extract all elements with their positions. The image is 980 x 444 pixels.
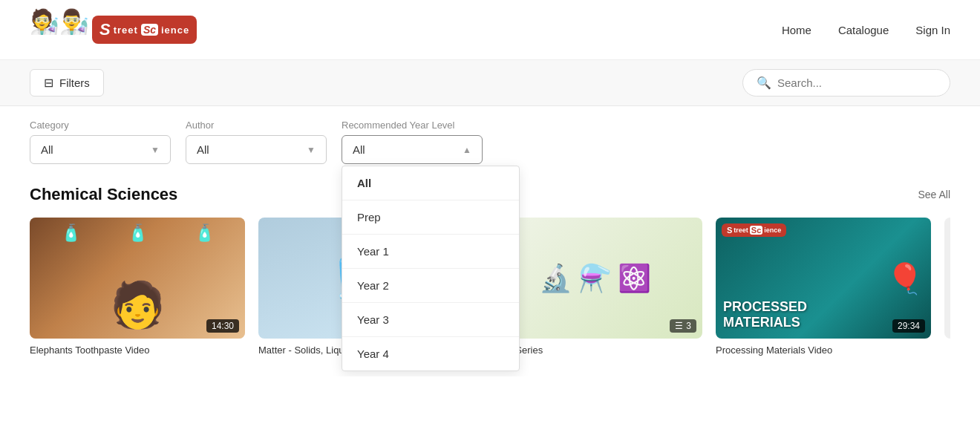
video-logo-ience: ience	[764, 226, 781, 234]
search-input[interactable]	[777, 76, 936, 89]
video-card-1[interactable]: 🧑 🧴 🧴 🧴 14:30 Elephants Toothpaste Video	[30, 218, 245, 356]
year-level-select[interactable]: All ▲	[342, 135, 483, 164]
video-logo-s: S	[727, 226, 732, 235]
logo-box: S treet Sc ience	[92, 16, 197, 44]
bottle-icon-3: 🧴	[195, 223, 215, 243]
header: 🧑‍🔬 👨‍🔬 S treet Sc ience Home Catalogue …	[0, 0, 980, 60]
year-level-label: Recommended Year Level	[342, 120, 483, 131]
video-thumb-1: 🧑 🧴 🧴 🧴 14:30	[30, 218, 245, 339]
dropdown-item-prep[interactable]: Prep	[342, 200, 519, 235]
category-filter-group: Category All ▼	[30, 120, 171, 164]
nav-links: Home Catalogue Sign In	[782, 24, 950, 36]
logo-ience: ience	[161, 25, 189, 36]
filters-section: Category All ▼ Author All ▼ Recommended …	[0, 106, 980, 164]
microscope-icon: 🔬	[539, 263, 572, 294]
video-thumb-4: S treet Sc ience PROCESSED MATERIALS 🎈 2…	[716, 218, 931, 339]
video-card-partial	[944, 218, 950, 356]
author-label: Author	[186, 120, 327, 131]
category-label: Category	[30, 120, 171, 131]
dropdown-item-year3[interactable]: Year 3	[342, 303, 519, 337]
nav-home[interactable]: Home	[782, 24, 811, 36]
char-left-icon: 🧑‍🔬	[30, 7, 59, 36]
see-all-link[interactable]: See All	[918, 189, 950, 200]
filters-label: Filters	[59, 76, 90, 89]
video-title-1: Elephants Toothpaste Video	[30, 345, 245, 356]
dropdown-item-year2[interactable]: Year 2	[342, 269, 519, 303]
logo-s: S	[99, 20, 111, 39]
video-title-4: Processing Materials Video	[716, 345, 931, 356]
logo-treet: treet	[114, 25, 138, 36]
author-chevron-icon: ▼	[307, 145, 316, 155]
search-icon: 🔍	[757, 76, 771, 90]
logo-sc: Sc	[141, 24, 158, 36]
processed-line2: MATERIALS	[723, 315, 807, 331]
bottles-row: 🧴 🧴 🧴	[30, 223, 245, 243]
author-selected: All	[197, 143, 209, 156]
atom-icon: ⚛️	[618, 263, 651, 294]
video-logo: S treet Sc ience	[722, 223, 786, 237]
year-level-filter-group: Recommended Year Level All ▲ All Prep Ye…	[342, 120, 483, 164]
flask-icon: ⚗️	[578, 263, 612, 294]
bottle-icon: 🧴	[61, 223, 81, 243]
bottle-icon-2: 🧴	[128, 223, 148, 243]
person-balloon-icon: 🎈	[886, 261, 924, 296]
video-logo-sc: Sc	[750, 226, 762, 235]
search-box: 🔍	[742, 69, 950, 97]
processed-line1: PROCESSED	[723, 299, 807, 316]
char-right-icon: 👨‍🔬	[59, 7, 89, 36]
filters-row: Category All ▼ Author All ▼ Recommended …	[30, 120, 950, 164]
person-icon: 🧑	[110, 278, 166, 331]
author-filter-group: Author All ▼	[186, 120, 327, 164]
playlist-count: 3	[686, 321, 691, 331]
logo-area: 🧑‍🔬 👨‍🔬 S treet Sc ience	[30, 7, 197, 52]
duration-badge-1: 14:30	[206, 319, 239, 333]
nav-catalogue[interactable]: Catalogue	[838, 24, 889, 36]
video-card-4[interactable]: S treet Sc ience PROCESSED MATERIALS 🎈 2…	[716, 218, 931, 356]
dropdown-item-year1[interactable]: Year 1	[342, 235, 519, 269]
year-level-dropdown: All Prep Year 1 Year 2 Year 3 Year 4	[342, 166, 520, 371]
processed-overlay: PROCESSED MATERIALS	[723, 299, 807, 331]
year-level-selected: All	[353, 143, 365, 156]
year-level-chevron-icon: ▲	[463, 145, 471, 155]
nav-signin[interactable]: Sign In	[915, 24, 950, 36]
logo-characters: 🧑‍🔬 👨‍🔬	[30, 7, 89, 52]
category-selected: All	[41, 143, 53, 156]
dropdown-item-year4[interactable]: Year 4	[342, 337, 519, 370]
video-thumb-partial	[944, 218, 950, 339]
playlist-badge: ☰ 3	[670, 319, 696, 333]
filter-bar: ⊟ Filters 🔍	[0, 60, 980, 106]
dropdown-item-all[interactable]: All	[342, 166, 519, 200]
playlist-icon: ☰	[675, 321, 683, 331]
duration-badge-4: 29:34	[892, 319, 925, 333]
video-logo-treet: treet	[734, 226, 748, 234]
sliders-icon: ⊟	[44, 76, 53, 90]
section-title: Chemical Sciences	[30, 185, 177, 204]
category-chevron-icon: ▼	[151, 145, 160, 155]
category-select[interactable]: All ▼	[30, 135, 171, 164]
filters-button[interactable]: ⊟ Filters	[30, 69, 104, 97]
author-select[interactable]: All ▼	[186, 135, 327, 164]
